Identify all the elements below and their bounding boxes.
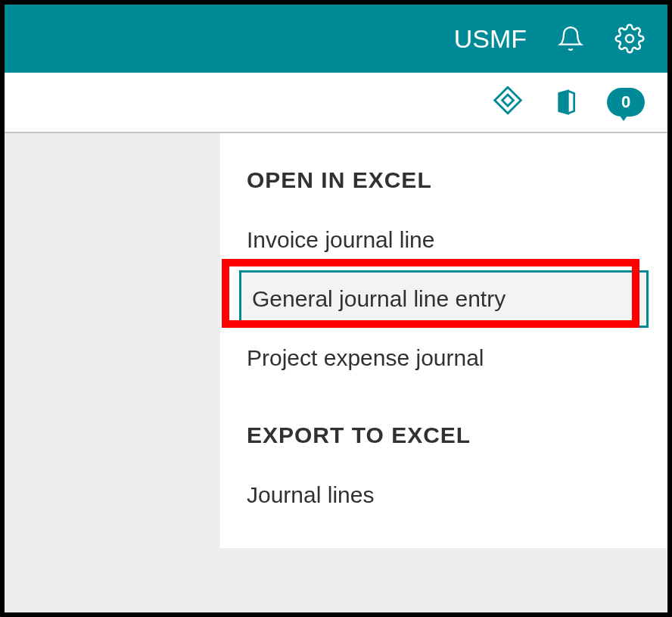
diamond-icon[interactable] bbox=[492, 86, 524, 118]
content-area: OPEN IN EXCEL Invoice journal line Gener… bbox=[5, 133, 667, 612]
menu-item-general-journal-line-entry[interactable]: General journal line entry bbox=[239, 270, 649, 328]
menu-item-journal-lines[interactable]: Journal lines bbox=[239, 471, 649, 519]
svg-point-0 bbox=[626, 35, 633, 42]
svg-rect-2 bbox=[502, 95, 514, 106]
top-bar: USMF bbox=[5, 5, 667, 73]
toolbar: 0 bbox=[5, 73, 667, 133]
office-icon[interactable] bbox=[550, 87, 580, 117]
open-in-excel-header: OPEN IN EXCEL bbox=[239, 167, 649, 193]
menu-item-invoice-journal-line[interactable]: Invoice journal line bbox=[239, 216, 649, 264]
messages-badge[interactable]: 0 bbox=[607, 88, 645, 117]
menu-item-project-expense-journal[interactable]: Project expense journal bbox=[239, 334, 649, 382]
badge-count: 0 bbox=[621, 92, 630, 112]
excel-dropdown-menu: OPEN IN EXCEL Invoice journal line Gener… bbox=[220, 133, 667, 548]
gear-icon[interactable] bbox=[614, 23, 645, 54]
svg-rect-1 bbox=[495, 87, 521, 114]
notifications-icon[interactable] bbox=[557, 25, 584, 52]
company-label[interactable]: USMF bbox=[454, 24, 527, 54]
export-to-excel-header: EXPORT TO EXCEL bbox=[239, 422, 649, 448]
